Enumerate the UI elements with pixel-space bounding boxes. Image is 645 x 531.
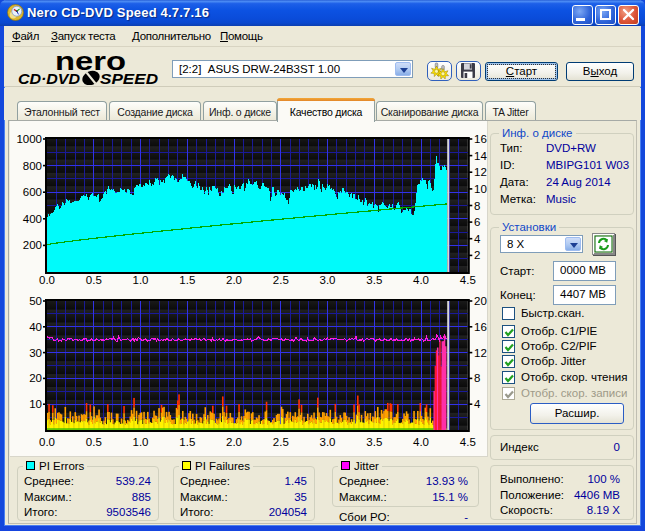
svg-text:1.0: 1.0 — [133, 436, 149, 448]
svg-text:14: 14 — [474, 150, 487, 162]
svg-text:2.0: 2.0 — [226, 436, 242, 448]
svg-text:400: 400 — [23, 213, 42, 225]
svg-text:6: 6 — [474, 216, 480, 228]
svg-text:0.5: 0.5 — [86, 274, 102, 286]
svg-text:3.0: 3.0 — [320, 274, 336, 286]
svg-text:4.0: 4.0 — [413, 274, 429, 286]
svg-text:1000: 1000 — [16, 133, 42, 145]
svg-text:16: 16 — [474, 133, 487, 145]
svg-text:4: 4 — [474, 398, 481, 410]
svg-text:4.5: 4.5 — [460, 436, 476, 448]
svg-text:40: 40 — [29, 321, 42, 333]
svg-text:4.5: 4.5 — [460, 274, 476, 286]
svg-text:3.5: 3.5 — [366, 436, 382, 448]
svg-text:10: 10 — [29, 398, 42, 410]
svg-text:8: 8 — [474, 372, 480, 384]
svg-text:3.0: 3.0 — [320, 436, 336, 448]
svg-text:30: 30 — [29, 347, 42, 359]
svg-text:200: 200 — [23, 239, 42, 251]
svg-text:2.5: 2.5 — [273, 274, 289, 286]
svg-text:2: 2 — [474, 249, 480, 261]
svg-text:50: 50 — [29, 295, 42, 307]
svg-text:12: 12 — [474, 166, 487, 178]
svg-text:600: 600 — [23, 186, 42, 198]
svg-text:3.5: 3.5 — [366, 274, 382, 286]
svg-text:800: 800 — [23, 160, 42, 172]
svg-text:0.0: 0.0 — [39, 436, 55, 448]
svg-text:0.5: 0.5 — [86, 436, 102, 448]
svg-text:16: 16 — [474, 321, 487, 333]
svg-text:4: 4 — [474, 233, 481, 245]
svg-text:2.5: 2.5 — [273, 436, 289, 448]
svg-text:4.0: 4.0 — [413, 436, 429, 448]
svg-text:8: 8 — [474, 200, 480, 212]
svg-text:1.5: 1.5 — [179, 274, 195, 286]
svg-text:1.0: 1.0 — [133, 274, 149, 286]
svg-text:10: 10 — [474, 183, 487, 195]
svg-text:2.0: 2.0 — [226, 274, 242, 286]
svg-text:1.5: 1.5 — [179, 436, 195, 448]
svg-text:20: 20 — [474, 295, 487, 307]
svg-text:12: 12 — [474, 347, 487, 359]
svg-text:20: 20 — [29, 372, 42, 384]
svg-text:0.0: 0.0 — [39, 274, 55, 286]
